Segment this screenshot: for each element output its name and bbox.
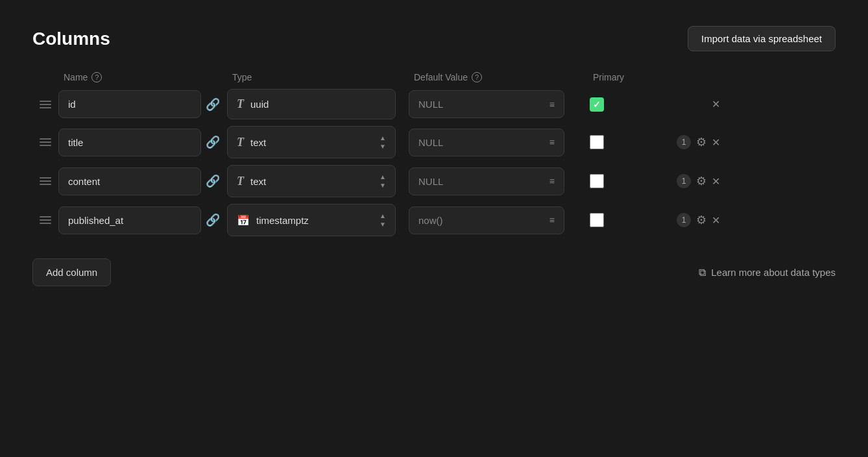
table-row: 🔗 📅 timestamptz ▲▼ now() ≡ 1⚙✕ (32, 204, 836, 236)
learn-link[interactable]: ⧉ Learn more about data types (699, 267, 836, 278)
name-input[interactable] (58, 129, 201, 156)
row-actions: ✕ (616, 98, 720, 110)
type-value: timestamptz (256, 215, 373, 226)
name-header: Name ? (64, 72, 206, 82)
primary-checkbox[interactable] (590, 174, 604, 188)
primary-checkbox[interactable] (590, 213, 604, 227)
type-select[interactable]: T text ▲▼ (227, 165, 396, 197)
type-icon: T (237, 175, 244, 188)
primary-header: Primary (583, 72, 634, 82)
default-value-text: NULL (418, 137, 443, 148)
type-select[interactable]: T text ▲▼ (227, 126, 396, 158)
drag-handle[interactable] (32, 133, 58, 151)
delete-row-button[interactable]: ✕ (712, 98, 720, 110)
type-arrows: ▲▼ (380, 212, 386, 228)
type-select[interactable]: 📅 timestamptz ▲▼ (227, 204, 396, 236)
external-link-icon: ⧉ (699, 267, 706, 278)
row-badge: 1 (677, 174, 691, 188)
table-row: 🔗 T text ▲▼ NULL ≡ 1⚙✕ (32, 126, 836, 158)
type-value: text (250, 176, 373, 187)
type-icon: T (237, 136, 244, 149)
default-value-field[interactable]: NULL ≡ (409, 167, 564, 195)
link-icon[interactable]: 🔗 (201, 93, 224, 116)
settings-icon[interactable]: ⚙ (696, 135, 706, 149)
table-row: 🔗 T uuid NULL ≡ ✕ (32, 89, 836, 119)
type-value: text (250, 137, 373, 148)
delete-row-button[interactable]: ✕ (712, 136, 720, 149)
table-row: 🔗 T text ▲▼ NULL ≡ 1⚙✕ (32, 165, 836, 197)
type-select[interactable]: T uuid (227, 89, 396, 119)
drag-handle[interactable] (32, 95, 58, 114)
settings-icon[interactable]: ⚙ (696, 213, 706, 227)
name-input[interactable] (58, 90, 201, 118)
link-icon[interactable]: 🔗 (201, 169, 224, 193)
link-icon[interactable]: 🔗 (201, 130, 224, 154)
page-header: Columns Import data via spreadsheet (32, 26, 836, 51)
default-value-field[interactable]: NULL ≡ (409, 90, 564, 118)
primary-checkbox-checked[interactable] (590, 97, 604, 112)
type-icon: T (237, 97, 244, 111)
list-icon: ≡ (549, 99, 555, 110)
type-value: uuid (250, 99, 386, 110)
default-help-icon[interactable]: ? (472, 72, 482, 82)
name-input[interactable] (58, 167, 201, 195)
default-value-text: NULL (418, 99, 443, 110)
default-value-field[interactable]: now() ≡ (409, 206, 564, 234)
default-value-field[interactable]: NULL ≡ (409, 129, 564, 156)
primary-checkbox-area (577, 135, 616, 149)
type-arrows: ▲▼ (380, 173, 386, 189)
page-title: Columns (32, 29, 110, 49)
type-header: Type (232, 72, 414, 82)
primary-checkbox-area (577, 174, 616, 188)
list-icon: ≡ (549, 176, 555, 186)
add-column-button[interactable]: Add column (32, 258, 111, 286)
name-help-icon[interactable]: ? (91, 72, 102, 82)
type-icon: 📅 (237, 214, 250, 227)
drag-handle[interactable] (32, 211, 58, 229)
row-actions: 1⚙✕ (616, 213, 720, 227)
name-input[interactable] (58, 206, 201, 234)
row-actions: 1⚙✕ (616, 174, 720, 188)
page-footer: Add column ⧉ Learn more about data types (32, 258, 836, 286)
primary-checkbox[interactable] (590, 135, 604, 149)
list-icon: ≡ (549, 215, 555, 225)
delete-row-button[interactable]: ✕ (712, 175, 720, 188)
primary-checkbox-area (577, 213, 616, 227)
primary-checkbox-area (577, 97, 616, 112)
drag-handle[interactable] (32, 172, 58, 190)
import-spreadsheet-button[interactable]: Import data via spreadsheet (688, 26, 836, 51)
default-value-header: Default Value ? (414, 72, 583, 82)
type-arrows: ▲▼ (380, 134, 386, 150)
list-icon: ≡ (549, 137, 555, 147)
row-badge: 1 (677, 213, 691, 227)
link-icon[interactable]: 🔗 (201, 208, 224, 232)
settings-icon[interactable]: ⚙ (696, 174, 706, 188)
column-headers: Name ? Type Default Value ? Primary (32, 72, 836, 82)
row-badge: 1 (677, 135, 691, 149)
default-value-text: NULL (418, 176, 443, 187)
default-value-text: now() (418, 215, 443, 226)
delete-row-button[interactable]: ✕ (712, 214, 720, 227)
row-actions: 1⚙✕ (616, 135, 720, 149)
rows-container: 🔗 T uuid NULL ≡ ✕🔗 T text ▲▼ NULL ≡ 1⚙✕🔗… (32, 89, 836, 243)
